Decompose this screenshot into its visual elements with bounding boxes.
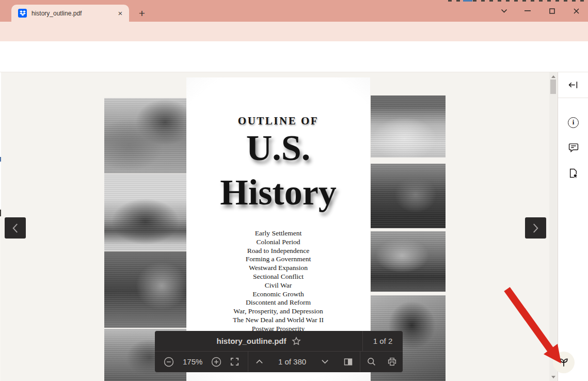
chapter-item: War, Prosperity, and Depression bbox=[186, 307, 370, 316]
chapter-item: Discontent and Reform bbox=[186, 298, 370, 307]
fullscreen-icon[interactable] bbox=[230, 357, 239, 366]
chapter-item: Sectional Conflict bbox=[186, 273, 370, 281]
browser-tab[interactable]: history_outline.pdf × bbox=[11, 5, 129, 22]
pdf-viewer-area: OUTLINE OF U.S. History Early Settlement… bbox=[0, 72, 588, 381]
page-up-chevron-icon[interactable] bbox=[256, 359, 263, 364]
chapter-item: Early Settlement bbox=[186, 229, 370, 238]
photo-thumbnail bbox=[104, 251, 186, 328]
zoom-out-icon[interactable] bbox=[164, 357, 174, 367]
window-close-button[interactable] bbox=[569, 4, 583, 18]
photo-thumbnail bbox=[104, 174, 186, 251]
chapter-item: Road to Independence bbox=[186, 247, 370, 256]
photo-thumbnail bbox=[371, 231, 446, 292]
window-minimize-button[interactable] bbox=[520, 4, 535, 18]
pdf-floating-toolbar: history_outline.pdf 1 of 2 175% bbox=[155, 331, 403, 372]
viewer-scrollbar[interactable] bbox=[549, 72, 557, 381]
previous-page-button[interactable] bbox=[5, 217, 26, 239]
comment-icon[interactable] bbox=[558, 141, 588, 154]
search-icon[interactable] bbox=[367, 357, 376, 366]
new-tab-button[interactable]: + bbox=[135, 7, 149, 20]
chapter-item: Forming a Government bbox=[186, 255, 370, 264]
pdf-title-line2: History bbox=[186, 172, 370, 213]
tab-title: history_outline.pdf bbox=[31, 10, 111, 17]
photo-thumbnail bbox=[371, 96, 446, 157]
page-down-chevron-icon[interactable] bbox=[321, 359, 329, 364]
collapse-sidebar-icon[interactable] bbox=[558, 72, 588, 98]
toolbar-tools bbox=[360, 352, 403, 372]
zoom-level: 175% bbox=[183, 357, 202, 366]
dropbox-preview-header: Download Open in Add signatures ••• Copy… bbox=[0, 41, 588, 72]
file-page-count: 1 of 2 bbox=[363, 331, 403, 351]
tab-search-chevron-icon[interactable] bbox=[497, 4, 511, 18]
preview-sidebar: i bbox=[558, 72, 588, 381]
photo-thumbnail bbox=[104, 98, 186, 173]
browser-tab-bar: history_outline.pdf × + bbox=[0, 0, 588, 22]
background-window-artifact-blue bbox=[463, 0, 472, 2]
next-page-button[interactable] bbox=[525, 217, 546, 239]
window-maximize-button[interactable] bbox=[545, 4, 559, 18]
chapter-item: The New Deal and World War II bbox=[186, 316, 370, 325]
page-layout-icon[interactable] bbox=[344, 358, 353, 366]
photo-thumbnail bbox=[371, 164, 446, 228]
chapter-item: Colonial Period bbox=[186, 238, 370, 247]
plant-icon bbox=[558, 357, 569, 368]
browser-address-bar: ← → dropbox.com/home?preview=history_out… bbox=[0, 22, 588, 41]
favorite-star-icon[interactable] bbox=[292, 337, 301, 346]
chapter-item: Westward Expansion bbox=[186, 264, 370, 273]
page-navigation: 1 of 380 bbox=[248, 352, 360, 372]
document-activity-icon[interactable] bbox=[558, 166, 588, 180]
pdf-eyebrow-title: OUTLINE OF bbox=[186, 115, 370, 128]
scrollbar-thumb[interactable] bbox=[550, 80, 556, 94]
pdf-title-line1: U.S. bbox=[186, 128, 370, 169]
dropbox-favicon-icon bbox=[18, 9, 27, 18]
zoom-controls: 175% bbox=[155, 352, 248, 372]
browser-window: history_outline.pdf × + ← → dropbox.com/… bbox=[0, 0, 588, 381]
scroll-up-icon[interactable] bbox=[551, 75, 555, 78]
toolbar-filename: history_outline.pdf bbox=[217, 337, 287, 345]
info-icon[interactable]: i bbox=[558, 116, 588, 129]
print-icon[interactable] bbox=[388, 357, 396, 366]
pdf-chapter-list: Early Settlement Colonial Period Road to… bbox=[186, 229, 370, 334]
chapter-item: Civil War bbox=[186, 281, 370, 290]
plant-assistant-button[interactable] bbox=[553, 352, 575, 373]
page-indicator: 1 of 380 bbox=[278, 357, 306, 366]
chapter-item: Economic Growth bbox=[186, 290, 370, 299]
background-window-edge-artifact bbox=[0, 72, 1, 381]
tab-close-icon[interactable]: × bbox=[116, 9, 125, 18]
toolbar-file-section: history_outline.pdf bbox=[155, 331, 363, 351]
zoom-in-icon[interactable] bbox=[211, 357, 221, 367]
scroll-down-icon[interactable] bbox=[551, 376, 555, 378]
